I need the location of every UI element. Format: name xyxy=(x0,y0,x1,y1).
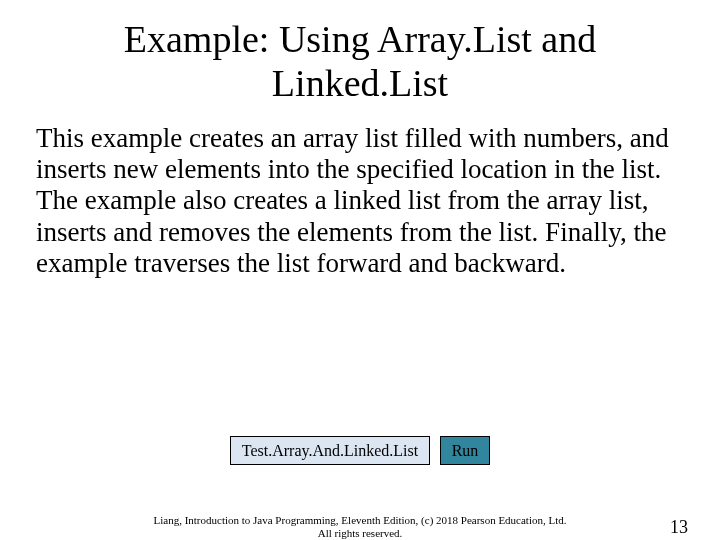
slide: Example: Using Array.List and Linked.Lis… xyxy=(0,18,720,540)
button-row: Test.Array.And.Linked.List Run xyxy=(0,436,720,465)
globe-icon xyxy=(570,363,710,503)
svg-point-3 xyxy=(618,371,662,495)
slide-title: Example: Using Array.List and Linked.Lis… xyxy=(60,18,660,105)
svg-point-0 xyxy=(578,371,702,495)
slide-body: This example creates an array list fille… xyxy=(36,123,684,278)
code-link-button[interactable]: Test.Array.And.Linked.List xyxy=(230,436,430,465)
footer-line-1: Liang, Introduction to Java Programming,… xyxy=(0,514,720,527)
page-number: 13 xyxy=(670,517,688,538)
footer: Liang, Introduction to Java Programming,… xyxy=(0,514,720,540)
svg-point-4 xyxy=(598,371,682,495)
run-button[interactable]: Run xyxy=(440,436,490,465)
footer-line-2: All rights reserved. xyxy=(0,527,720,540)
